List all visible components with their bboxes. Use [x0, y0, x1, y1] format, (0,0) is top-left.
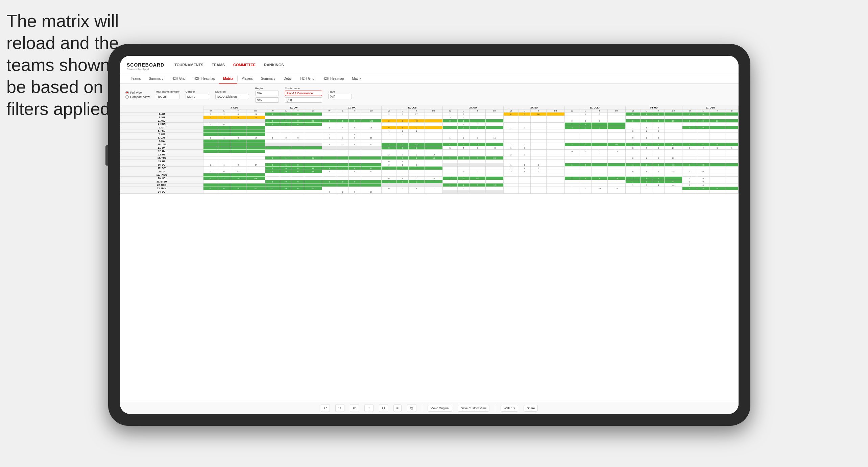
- refresh-button[interactable]: ⟳: [350, 404, 359, 412]
- team-select[interactable]: (All): [328, 94, 352, 99]
- subnav-summary2[interactable]: Summary: [257, 73, 280, 84]
- matrix-cell: 0: [408, 146, 425, 150]
- matrix-cell: [304, 136, 322, 140]
- matrix-cell: [652, 190, 665, 194]
- matrix-cell: [349, 163, 361, 167]
- division-select[interactable]: NCAA Division I NCAA Division II: [215, 94, 249, 99]
- matrix-cell: [425, 129, 442, 133]
- conference-select[interactable]: Pac-12 Conference (All): [285, 91, 322, 96]
- clock-button[interactable]: ◷: [407, 404, 416, 412]
- matrix-cell: [579, 129, 592, 133]
- zoom-out-button[interactable]: ⊖: [379, 404, 388, 412]
- matrix-cell: [664, 136, 682, 140]
- subnav-summary1[interactable]: Summary: [145, 73, 167, 84]
- matrix-cell: [292, 160, 304, 163]
- nav-rankings[interactable]: RANKINGS: [264, 63, 284, 70]
- matrix-cell: [709, 170, 725, 173]
- matrix-cell: [504, 180, 519, 183]
- region-select2[interactable]: N/A: [255, 97, 279, 103]
- matrix-cell: [725, 140, 739, 143]
- matrix-cell: [504, 116, 519, 119]
- matrix-cell: [425, 190, 442, 194]
- row-label: 14. TTU: [120, 156, 203, 160]
- gender-select[interactable]: Men's Women's: [186, 94, 209, 99]
- subnav-matrix1[interactable]: Matrix: [219, 73, 237, 84]
- nav-teams[interactable]: TEAMS: [212, 63, 225, 70]
- matrix-cell: 0: [230, 177, 246, 180]
- subnav-h2hgrid2[interactable]: H2H Grid: [296, 73, 318, 84]
- matrix-cell: 0: [218, 187, 230, 190]
- subnav-matrix2[interactable]: Matrix: [348, 73, 365, 84]
- matrix-cell: 44: [664, 183, 682, 187]
- matrix-cell: 1: [322, 143, 337, 146]
- nav-tournaments[interactable]: TOURNAMENTS: [174, 63, 203, 70]
- grid-button[interactable]: ≡: [393, 404, 402, 412]
- region-select[interactable]: N/A East West: [255, 91, 279, 96]
- sub-t-uo: T: [469, 109, 486, 113]
- matrix-cell: 0: [530, 167, 547, 170]
- matrix-cell: [664, 160, 682, 163]
- max-teams-select[interactable]: Top 25 Top 50 Top 100: [156, 94, 179, 99]
- watch-button[interactable]: Watch ▾: [501, 405, 518, 412]
- matrix-cell: 0: [469, 136, 486, 140]
- subnav-h2hheatmap1[interactable]: H2H Heatmap: [190, 73, 219, 84]
- nav-committee[interactable]: COMMITTEE: [233, 63, 256, 70]
- matrix-scroll-area[interactable]: 3. ASU 10. UW 11. UA 22. UCB 24. UO 27. …: [120, 106, 739, 402]
- matrix-cell: [682, 190, 697, 194]
- matrix-cell: 2: [382, 119, 396, 123]
- matrix-cell: [425, 116, 442, 119]
- watch-label: Watch: [504, 407, 512, 410]
- matrix-cell: 26: [486, 156, 504, 160]
- matrix-cell: [682, 150, 697, 153]
- redo-button[interactable]: ↪: [335, 404, 344, 412]
- subnav-h2hheatmap2[interactable]: H2H Heatmap: [318, 73, 348, 84]
- matrix-cell: [322, 113, 337, 116]
- matrix-cell: [652, 140, 665, 143]
- matrix-cell: [579, 156, 592, 160]
- matrix-cell: 0: [652, 163, 665, 167]
- matrix-cell: 1: [640, 129, 652, 133]
- full-view-radio[interactable]: Full View: [125, 91, 150, 94]
- zoom-in-button[interactable]: ⊕: [364, 404, 373, 412]
- matrix-cell: [682, 167, 697, 170]
- subnav-h2hgrid1[interactable]: H2H Grid: [167, 73, 190, 84]
- matrix-cell: [504, 129, 519, 133]
- view-original-button[interactable]: View: Original: [428, 405, 452, 412]
- subnav-players[interactable]: Players: [238, 73, 257, 84]
- matrix-cell: [425, 113, 442, 116]
- matrix-cell: [230, 140, 246, 143]
- matrix-cell: [519, 177, 531, 180]
- matrix-cell: [203, 140, 218, 143]
- matrix-cell: [322, 146, 337, 150]
- matrix-cell: 0: [292, 123, 304, 126]
- subnav-detail[interactable]: Detail: [280, 73, 296, 84]
- matrix-cell: [246, 140, 265, 143]
- matrix-cell: 0: [652, 129, 665, 133]
- matrix-cell: [564, 170, 579, 173]
- matrix-cell: [349, 140, 361, 143]
- matrix-cell: [592, 116, 608, 119]
- matrix-cell: [682, 140, 697, 143]
- matrix-cell: [442, 153, 457, 156]
- matrix-cell: [579, 180, 592, 183]
- matrix-cell: [592, 129, 608, 133]
- matrix-cell: [425, 133, 442, 136]
- matrix-cell: 0: [579, 119, 592, 123]
- compact-view-radio[interactable]: Compact View: [125, 95, 150, 99]
- matrix-cell: [230, 129, 246, 133]
- matrix-cell: [607, 126, 625, 129]
- save-custom-button[interactable]: Save Custom View: [458, 405, 489, 412]
- matrix-table: 3. ASU 10. UW 11. UA 22. UCB 24. UO 27. …: [120, 106, 739, 194]
- conference-select2[interactable]: (All): [285, 97, 322, 103]
- matrix-cell: 4: [442, 143, 457, 146]
- share-button[interactable]: Share: [524, 405, 538, 412]
- matrix-cell: 1: [626, 126, 641, 129]
- subnav-teams[interactable]: Teams: [127, 73, 145, 84]
- matrix-cell: [304, 133, 322, 136]
- matrix-cell: [396, 183, 409, 187]
- conference-label: Conference: [285, 87, 322, 90]
- matrix-cell: [725, 167, 739, 170]
- save-custom-label: Save Custom View: [461, 407, 486, 410]
- matrix-cell: 90: [530, 113, 547, 116]
- undo-button[interactable]: ↩: [321, 404, 330, 412]
